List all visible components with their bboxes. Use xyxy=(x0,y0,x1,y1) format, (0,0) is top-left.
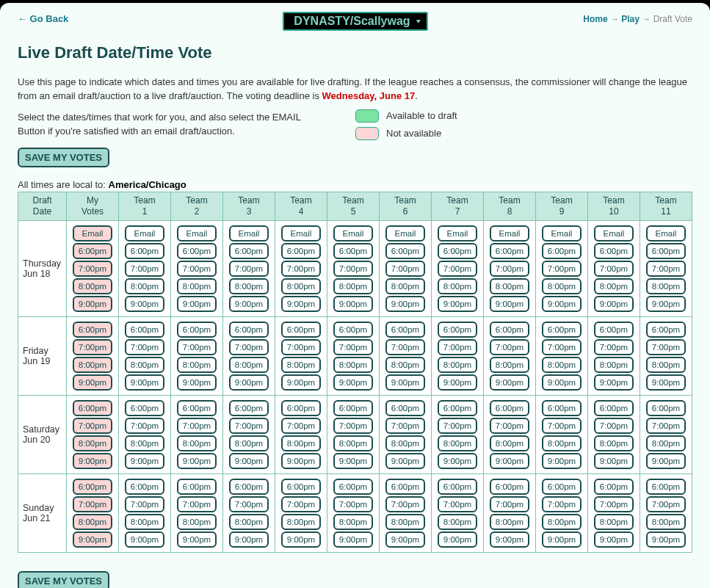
team-vote-slot: 9:00pm xyxy=(438,453,477,469)
team-vote-slot: 7:00pm xyxy=(125,496,164,512)
my-vote-slot[interactable]: 9:00pm xyxy=(73,296,112,312)
my-vote-slot[interactable]: 7:00pm xyxy=(73,261,112,277)
team-vote-slot: 8:00pm xyxy=(281,435,321,451)
team-vote-slot: 8:00pm xyxy=(333,357,373,373)
team-cell: 6:00pm7:00pm8:00pm9:00pm xyxy=(640,395,692,473)
team-vote-slot: 7:00pm xyxy=(490,496,529,512)
team-cell: Email6:00pm7:00pm8:00pm9:00pm xyxy=(275,220,327,316)
team-vote-slot: 6:00pm xyxy=(646,400,686,416)
my-vote-slot[interactable]: 7:00pm xyxy=(73,496,112,512)
team-vote-slot: 6:00pm xyxy=(229,400,269,416)
my-vote-slot[interactable]: 9:00pm xyxy=(73,374,112,391)
team-vote-slot: 7:00pm xyxy=(281,261,321,277)
team-vote-slot: 8:00pm xyxy=(646,357,686,373)
team-vote-slot: 8:00pm xyxy=(490,514,529,530)
team-vote-slot: 6:00pm xyxy=(438,400,477,416)
team-cell: Email6:00pm7:00pm8:00pm9:00pm xyxy=(380,220,432,316)
legend-not-available: Not available xyxy=(355,127,457,140)
team-vote-slot: 8:00pm xyxy=(333,514,373,530)
team-vote-slot: 8:00pm xyxy=(594,514,634,530)
team-vote-slot: 9:00pm xyxy=(438,296,477,312)
team-vote-slot: 9:00pm xyxy=(281,453,321,469)
my-votes-cell: 6:00pm7:00pm8:00pm9:00pm xyxy=(67,473,119,552)
team-vote-slot: 9:00pm xyxy=(333,296,373,312)
my-vote-slot[interactable]: 6:00pm xyxy=(73,322,112,338)
legend-available-label: Available to draft xyxy=(386,110,457,121)
date-cell: SundayJun 21 xyxy=(18,473,67,552)
my-vote-slot[interactable]: 8:00pm xyxy=(73,357,112,373)
timezone-line: All times are local to: America/Chicago xyxy=(18,179,692,190)
team-vote-slot: 7:00pm xyxy=(229,261,269,277)
team-vote-slot: 9:00pm xyxy=(385,453,425,469)
team-vote-slot: 8:00pm xyxy=(438,357,477,373)
league-dropdown-label: DYNASTY/Scallywag xyxy=(294,15,410,27)
my-vote-slot[interactable]: 9:00pm xyxy=(73,531,112,548)
team-vote-slot: 7:00pm xyxy=(177,339,217,355)
team-vote-slot: 9:00pm xyxy=(125,531,164,548)
team-vote-slot: 9:00pm xyxy=(594,296,634,312)
team-vote-slot: 9:00pm xyxy=(438,374,477,391)
my-vote-slot[interactable]: 7:00pm xyxy=(73,339,112,355)
team-vote-slot: 7:00pm xyxy=(646,339,686,355)
team-vote-slot: 8:00pm xyxy=(229,514,269,530)
my-vote-slot[interactable]: 8:00pm xyxy=(73,435,112,451)
league-dropdown[interactable]: DYNASTY/Scallywag xyxy=(282,12,427,31)
date-cell: SaturdayJun 20 xyxy=(18,395,67,473)
team-vote-slot: 9:00pm xyxy=(333,453,373,469)
team-vote-slot: 9:00pm xyxy=(594,531,634,548)
my-vote-slot[interactable]: 6:00pm xyxy=(73,479,112,495)
breadcrumb-current: Draft Vote xyxy=(653,14,692,24)
team-vote-slot: 8:00pm xyxy=(594,278,634,294)
team-vote-slot: 7:00pm xyxy=(281,418,321,434)
go-back-link[interactable]: ← Go Back xyxy=(18,13,68,24)
breadcrumb-home[interactable]: Home xyxy=(583,14,607,24)
team-vote-slot: 6:00pm xyxy=(490,322,529,338)
col-team-11: Team11 xyxy=(640,192,692,220)
team-vote-slot: 7:00pm xyxy=(385,418,425,434)
team-vote-slot: 6:00pm xyxy=(646,243,686,259)
intro-text-b: . xyxy=(415,90,418,101)
timezone-value: America/Chicago xyxy=(109,179,186,190)
team-vote-slot: Email xyxy=(333,225,373,242)
arrow-icon: → xyxy=(642,14,651,24)
team-vote-slot: 7:00pm xyxy=(490,261,529,277)
team-vote-slot: 8:00pm xyxy=(646,278,686,294)
instruction-row: Select the dates/times that work for you… xyxy=(18,111,692,140)
team-vote-slot: 6:00pm xyxy=(125,322,164,338)
team-vote-slot: 6:00pm xyxy=(229,479,269,495)
team-cell: 6:00pm7:00pm8:00pm9:00pm xyxy=(588,395,640,473)
team-cell: 6:00pm7:00pm8:00pm9:00pm xyxy=(536,316,588,395)
team-vote-slot: 7:00pm xyxy=(490,339,529,355)
page-title: Live Draft Date/Time Vote xyxy=(18,43,692,62)
my-vote-slot[interactable]: 9:00pm xyxy=(73,453,112,469)
team-vote-slot: 7:00pm xyxy=(594,261,634,277)
date-cell: ThursdayJun 18 xyxy=(18,220,67,316)
team-vote-slot: 6:00pm xyxy=(177,243,217,259)
save-button-bottom[interactable]: SAVE MY VOTES xyxy=(18,571,109,588)
instruction-text: Select the dates/times that work for you… xyxy=(18,111,311,139)
my-vote-slot[interactable]: Email xyxy=(73,225,112,242)
team-vote-slot: 9:00pm xyxy=(333,374,373,391)
team-vote-slot: 7:00pm xyxy=(594,496,634,512)
team-vote-slot: 8:00pm xyxy=(281,357,321,373)
col-draft-date: DraftDate xyxy=(18,192,67,220)
my-vote-slot[interactable]: 8:00pm xyxy=(73,514,112,530)
my-vote-slot[interactable]: 6:00pm xyxy=(73,400,112,416)
my-vote-slot[interactable]: 7:00pm xyxy=(73,418,112,434)
team-vote-slot: 8:00pm xyxy=(385,435,425,451)
team-vote-slot: 7:00pm xyxy=(125,339,164,355)
my-vote-slot[interactable]: 6:00pm xyxy=(73,243,112,259)
team-cell: 6:00pm7:00pm8:00pm9:00pm xyxy=(380,395,432,473)
team-vote-slot: 7:00pm xyxy=(646,261,686,277)
team-vote-slot: 6:00pm xyxy=(542,479,582,495)
team-vote-slot: 9:00pm xyxy=(385,531,425,548)
team-cell: 6:00pm7:00pm8:00pm9:00pm xyxy=(432,473,484,552)
team-vote-slot: 9:00pm xyxy=(333,531,373,548)
my-vote-slot[interactable]: 8:00pm xyxy=(73,278,112,294)
team-vote-slot: 7:00pm xyxy=(177,496,217,512)
save-button-top[interactable]: SAVE MY VOTES xyxy=(18,148,109,167)
team-vote-slot: 7:00pm xyxy=(333,496,373,512)
breadcrumb: Home → Play → Draft Vote xyxy=(583,14,692,24)
team-cell: 6:00pm7:00pm8:00pm9:00pm xyxy=(171,316,223,395)
breadcrumb-play[interactable]: Play xyxy=(621,14,640,24)
